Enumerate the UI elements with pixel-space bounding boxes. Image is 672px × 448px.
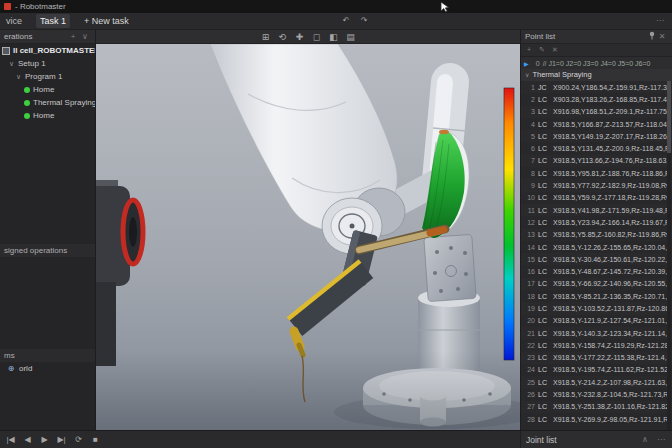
point-list-scrollbar[interactable]: [667, 81, 671, 430]
new-task-button[interactable]: + New task: [80, 14, 133, 28]
chevron-down-icon[interactable]: ∨: [15, 70, 22, 83]
point-row[interactable]: 17 LC X918.5,Y-66.92,Z-140.96,Rz-120.55,…: [521, 278, 672, 290]
close-icon[interactable]: ✕: [656, 31, 668, 43]
point-list-rows: 1 JC X900.24,Y186.54,Z-159.91,Rz-117.33,…: [521, 81, 672, 430]
point-move-type: LC: [538, 268, 550, 275]
point-move-type: LC: [538, 366, 550, 373]
add-operation-icon[interactable]: +: [67, 31, 79, 43]
point-row[interactable]: 19 LC X918.5,Y-103.52,Z-131.87,Rz-120.86…: [521, 302, 672, 314]
point-coordinates: X918.5,Y-85.21,Z-136.35,Rz-120.71,Ry-4.2…: [553, 293, 670, 300]
point-number: 4: [524, 121, 535, 128]
tree-item-home-2[interactable]: Home: [0, 109, 95, 122]
3d-scene[interactable]: [96, 44, 520, 430]
point-row[interactable]: 11 LC X918.5,Y41.98,Z-171.59,Rz-119.48,R…: [521, 204, 672, 216]
view-iso-icon[interactable]: ◧: [328, 31, 340, 43]
color-legend: [504, 88, 514, 360]
point-row[interactable]: 26 LC X918.5,Y-232.8,Z-104.5,Rz-121.73,R…: [521, 388, 672, 400]
point-row[interactable]: 5 LC X918.5,Y149.19,Z-207.17,Rz-118.26,R…: [521, 130, 672, 142]
point-row[interactable]: 2 LC X903.28,Y183.26,Z-168.85,Rz-117.45,…: [521, 93, 672, 105]
status-dot-icon: [24, 87, 30, 93]
point-row[interactable]: 8 LC X918.5,Y95.81,Z-188.76,Rz-118.86,Ry…: [521, 167, 672, 179]
point-row[interactable]: 7 LC X918.5,Y113.66,Z-194.76,Rz-118.63,R…: [521, 155, 672, 167]
tree-item-world[interactable]: ⊕ orld: [0, 362, 95, 375]
viewport[interactable]: ⊞ ⟲ ✚ ◻ ◧ ▤: [96, 30, 520, 430]
point-row[interactable]: 25 LC X918.5,Y-214.2,Z-107.98,Rz-121.63,…: [521, 376, 672, 388]
point-row[interactable]: 21 LC X918.5,Y-140.3,Z-123.34,Rz-121.14,…: [521, 327, 672, 339]
point-number: 14: [524, 244, 535, 251]
more-icon[interactable]: ⋯: [655, 434, 667, 446]
edit-point-icon[interactable]: ✎: [537, 44, 547, 56]
collapse-panel-icon[interactable]: ∨: [79, 31, 91, 43]
point-row[interactable]: 18 LC X918.5,Y-85.21,Z-136.35,Rz-120.71,…: [521, 290, 672, 302]
unassigned-operations-header[interactable]: signed operations: [0, 244, 95, 257]
undo-icon[interactable]: ↶: [340, 15, 352, 27]
point-list-title: Point list: [525, 32, 555, 41]
point-number: 17: [524, 280, 535, 287]
tree-item-cell[interactable]: ll cell_ROBOTMASTER_2.7: [0, 44, 95, 57]
zoom-fit-icon[interactable]: ⊞: [260, 31, 272, 43]
point-move-type: LC: [538, 342, 550, 349]
point-row[interactable]: 23 LC X918.5,Y-177.22,Z-115.38,Rz-121.4,…: [521, 352, 672, 364]
play-icon[interactable]: ▶: [38, 432, 51, 448]
point-row[interactable]: 4 LC X918.5,Y166.87,Z-213.57,Rz-118.04,R…: [521, 118, 672, 130]
point-row[interactable]: 6 LC X918.5,Y131.45,Z-200.9,Rz-118.45,Ry…: [521, 142, 672, 154]
orbit-icon[interactable]: ⟲: [277, 31, 289, 43]
point-number: 3: [524, 108, 535, 115]
point-row[interactable]: 24 LC X918.5,Y-195.74,Z-111.62,Rz-121.52…: [521, 364, 672, 376]
tab-task-1[interactable]: Task 1: [36, 14, 70, 28]
point-row[interactable]: 12 LC X918.5,Y23.94,Z-166.14,Rz-119.67,R…: [521, 216, 672, 228]
menu-device[interactable]: vice: [2, 14, 26, 28]
point-coordinates: X918.5,Y166.87,Z-213.57,Rz-118.04,Ry-9.2…: [553, 121, 670, 128]
point-coordinates: X918.5,Y-103.52,Z-131.87,Rz-120.86,Ry-3.…: [553, 305, 670, 312]
next-point-icon[interactable]: ▶|: [55, 432, 68, 448]
point-row[interactable]: 13 LC X918.5,Y5.85,Z-160.82,Rz-119.86,Ry…: [521, 229, 672, 241]
items-header[interactable]: ms: [0, 349, 95, 362]
chevron-up-icon[interactable]: ∧: [639, 434, 651, 446]
point-list-section[interactable]: ∨ Thermal Spraying: [521, 69, 672, 81]
point-row[interactable]: 28 LC X918.5,Y-269.9,Z-98.05,Rz-121.91,R…: [521, 413, 672, 425]
tree-item-home-1[interactable]: Home: [0, 83, 95, 96]
pin-icon[interactable]: [648, 31, 656, 42]
delete-point-icon[interactable]: ✕: [550, 44, 560, 56]
point-number: 12: [524, 219, 535, 226]
point-number: 20: [524, 317, 535, 324]
point-row[interactable]: 3 LC X916.98,Y168.51,Z-209.1,Rz-117.75,R…: [521, 106, 672, 118]
point-number: 24: [524, 366, 535, 373]
chevron-down-icon[interactable]: ∨: [8, 57, 15, 70]
point-row[interactable]: 20 LC X918.5,Y-121.9,Z-127.54,Rz-121.01,…: [521, 315, 672, 327]
point-row[interactable]: 27 LC X918.5,Y-251.38,Z-101.16,Rz-121.82…: [521, 401, 672, 413]
point-row[interactable]: 1 JC X900.24,Y186.54,Z-159.91,Rz-117.33,…: [521, 81, 672, 93]
point-row[interactable]: 16 LC X918.5,Y-48.67,Z-145.72,Rz-120.39,…: [521, 265, 672, 277]
point-coordinates: X918.5,Y5.85,Z-160.82,Rz-119.86,Ry-5.9,R…: [553, 231, 670, 238]
view-front-icon[interactable]: ◻: [311, 31, 323, 43]
point-row[interactable]: 10 LC X918.5,Y59.9,Z-177.18,Rz-119.28,Ry…: [521, 192, 672, 204]
workpiece-fixture[interactable]: [424, 234, 476, 301]
home-position-row[interactable]: ▶ 0 // J1=0 J2=0 J3=0 J4=0 J5=0 J6=0: [521, 57, 672, 69]
redo-icon[interactable]: ↷: [358, 15, 370, 27]
point-move-type: JC: [538, 84, 550, 91]
point-move-type: LC: [538, 403, 550, 410]
point-row[interactable]: 9 LC X918.5,Y77.92,Z-182.9,Rz-119.08,Ry-…: [521, 179, 672, 191]
pan-icon[interactable]: ✚: [294, 31, 306, 43]
point-number: 2: [524, 96, 535, 103]
point-row[interactable]: 14 LC X918.5,Y-12.26,Z-155.65,Rz-120.04,…: [521, 241, 672, 253]
add-point-icon[interactable]: +: [524, 44, 534, 56]
joint-list-bar[interactable]: Joint list ∧ ⋯: [520, 431, 672, 448]
point-number: 22: [524, 342, 535, 349]
operations-tree: ll cell_ROBOTMASTER_2.7 ∨ Setup 1 ∨ Prog…: [0, 44, 95, 122]
point-coordinates: X918.5,Y23.94,Z-166.14,Rz-119.67,Ry-6.25…: [553, 219, 670, 226]
more-icon[interactable]: ⋯: [654, 15, 666, 27]
tree-item-program[interactable]: ∨ Program 1: [0, 70, 95, 83]
tree-item-thermal-spraying[interactable]: Thermal Spraying: [0, 96, 95, 109]
prev-point-icon[interactable]: ◀: [21, 432, 34, 448]
tree-item-setup[interactable]: ∨ Setup 1: [0, 57, 95, 70]
point-move-type: LC: [538, 305, 550, 312]
first-point-icon[interactable]: |◀: [4, 432, 17, 448]
loop-icon[interactable]: ⟳: [72, 432, 85, 448]
section-view-icon[interactable]: ▤: [345, 31, 357, 43]
stop-icon[interactable]: ■: [89, 432, 102, 448]
point-row[interactable]: 22 LC X918.5,Y-158.74,Z-119.29,Rz-121.28…: [521, 339, 672, 351]
operations-header: erations + ∨: [0, 30, 95, 44]
app-icon: [4, 3, 11, 10]
point-row[interactable]: 15 LC X918.5,Y-30.46,Z-150.61,Rz-120.22,…: [521, 253, 672, 265]
